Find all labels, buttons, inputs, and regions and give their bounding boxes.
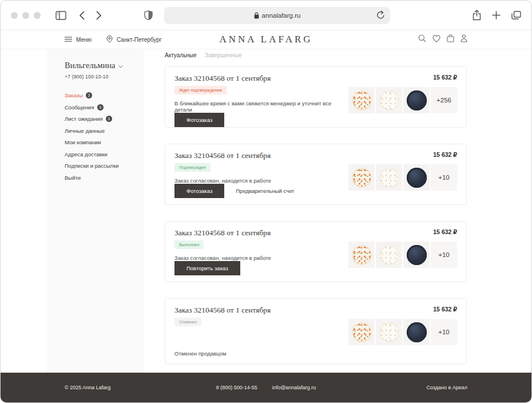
back-icon[interactable]	[79, 11, 85, 20]
sidebar-item-label: Мои компании	[65, 139, 101, 145]
preliminary-invoice-link[interactable]: Предварительный счет	[236, 188, 294, 194]
plate-image	[352, 168, 372, 188]
order-card: Заказ 32104568 от 1 сентября Отменен Отм…	[165, 298, 467, 364]
footer-email[interactable]: info@annalafarg.ru	[272, 385, 316, 390]
product-thumbnail[interactable]	[348, 164, 375, 191]
order-title: Заказ 32104568 от 1 сентября	[174, 228, 271, 238]
site-header: Меню Санкт-Петербург ANNA LAFARG	[1, 30, 531, 49]
product-thumbnail[interactable]	[376, 164, 402, 191]
product-thumbnail[interactable]	[376, 319, 402, 345]
order-thumbnails: +10	[348, 319, 457, 345]
address-bar[interactable]: annalafarg.ru	[164, 7, 390, 24]
order-price: 15 632 ₽	[433, 306, 457, 313]
menu-button[interactable]: Меню	[65, 37, 92, 43]
city-selector[interactable]: Санкт-Петербург	[106, 35, 161, 44]
order-title: Заказ 32104568 от 1 сентября	[174, 306, 271, 315]
sidebar-item-subscriptions[interactable]: Подписки и рассылки	[65, 163, 144, 169]
plate-image	[379, 322, 399, 342]
order-price: 15 632 ₽	[433, 74, 457, 81]
bag-icon[interactable]	[447, 34, 454, 45]
product-thumbnail[interactable]	[403, 164, 430, 191]
status-badge: Выполнен	[174, 240, 204, 249]
plate-image	[407, 245, 427, 265]
orders-tabs: Актуальные Завершенные	[165, 52, 511, 58]
plate-image	[379, 90, 399, 110]
sidebar-item-personal-data[interactable]: Личные данные	[65, 128, 144, 134]
more-items-tile[interactable]: +256	[431, 87, 457, 113]
product-thumbnail[interactable]	[403, 319, 430, 345]
footer-phone[interactable]: 8 (800) 500-14-55	[216, 385, 257, 390]
status-badge: Отменен	[174, 318, 201, 326]
site-logo[interactable]: ANNA LAFARG	[219, 34, 312, 45]
sidebar-toggle-icon[interactable]	[55, 11, 66, 20]
user-phone: +7 (900) 100-10-10	[65, 74, 144, 80]
sidebar-item-label: Адреса доставки	[65, 151, 108, 157]
shield-icon[interactable]	[144, 10, 153, 20]
tab-overview-icon[interactable]	[511, 11, 521, 19]
more-items-tile[interactable]: +10	[431, 164, 457, 191]
messages-count-badge: 3	[97, 104, 104, 110]
more-items-tile[interactable]: +10	[431, 319, 457, 345]
forward-icon[interactable]	[96, 11, 102, 20]
user-name[interactable]: Вильгельмина	[65, 61, 144, 70]
zoom-window-button[interactable]	[34, 12, 41, 19]
plate-image	[407, 168, 427, 188]
account-sidebar: Вильгельмина +7 (900) 100-10-10 Заказы 3…	[46, 49, 144, 373]
window-controls[interactable]	[11, 12, 41, 19]
tab-completed-orders[interactable]: Завершенные	[205, 52, 242, 58]
product-thumbnail[interactable]	[376, 242, 402, 268]
order-thumbnails: +10	[348, 164, 457, 191]
sidebar-item-label: Личные данные	[65, 128, 105, 134]
reload-icon[interactable]	[376, 10, 385, 20]
sidebar-item-companies[interactable]: Мои компании	[65, 139, 144, 145]
more-items-tile[interactable]: +10	[431, 242, 457, 268]
account-nav: Заказы 3 Сообщения 3 Лист ожидания 3 Лич…	[65, 92, 144, 181]
order-thumbnails: +10	[348, 242, 457, 268]
order-description: В ближайшее время с вами свяжется менедж…	[174, 100, 348, 113]
product-thumbnail[interactable]	[348, 319, 375, 345]
product-thumbnail[interactable]	[348, 87, 375, 113]
share-icon[interactable]	[473, 10, 481, 21]
order-price: 15 632 ₽	[433, 151, 457, 158]
new-tab-icon[interactable]	[492, 11, 501, 19]
plate-image	[379, 168, 399, 188]
order-card: Заказ 32104568 от 1 сентября Ждет подтве…	[165, 66, 467, 128]
lock-icon	[254, 12, 259, 19]
close-window-button[interactable]	[11, 12, 18, 19]
sidebar-item-logout[interactable]: Выйти	[65, 175, 144, 181]
status-badge: Ждет подтверждения	[174, 86, 227, 94]
user-icon[interactable]	[460, 34, 467, 45]
product-thumbnail[interactable]	[403, 87, 430, 113]
repeat-order-button[interactable]: Повторить заказ	[174, 261, 240, 275]
product-thumbnail[interactable]	[403, 242, 430, 268]
order-description: Отменен продавцом	[174, 350, 227, 357]
plate-image	[352, 90, 372, 110]
chevron-down-icon	[118, 61, 123, 70]
footer-credit[interactable]: Создано в Ареал	[426, 385, 467, 390]
sidebar-item-label: Лист ожидания	[65, 116, 103, 122]
photo-order-button[interactable]: Фотозаказ	[174, 184, 224, 198]
heart-icon[interactable]	[432, 34, 440, 45]
sidebar-item-orders[interactable]: Заказы 3	[65, 92, 144, 98]
photo-order-button[interactable]: Фотозаказ	[174, 113, 224, 127]
order-card: Заказ 32104568 от 1 сентября Подтвержден…	[165, 144, 467, 205]
order-price: 15 632 ₽	[433, 228, 457, 235]
sidebar-item-messages[interactable]: Сообщения 3	[65, 104, 144, 110]
plate-image	[379, 245, 399, 265]
orders-main: Актуальные Завершенные Заказ 32104568 от…	[144, 49, 531, 373]
search-icon[interactable]	[418, 34, 426, 45]
minimize-window-button[interactable]	[22, 12, 29, 19]
product-thumbnail[interactable]	[348, 242, 375, 268]
city-label: Санкт-Петербург	[117, 37, 161, 43]
sidebar-item-addresses[interactable]: Адреса доставки	[65, 151, 144, 157]
tab-active-orders[interactable]: Актуальные	[165, 52, 197, 58]
sidebar-item-label: Сообщения	[65, 104, 94, 110]
plate-image	[352, 245, 372, 265]
location-pin-icon	[106, 35, 113, 44]
order-title: Заказ 32104568 от 1 сентября	[174, 74, 271, 83]
site-footer: © 2025 Anna Lafarg 8 (800) 500-14-55 inf…	[1, 373, 531, 402]
status-badge: Подтвержден	[174, 163, 211, 172]
sidebar-item-waitlist[interactable]: Лист ожидания 3	[65, 116, 144, 122]
product-thumbnail[interactable]	[376, 87, 402, 113]
menu-label: Меню	[76, 37, 92, 43]
